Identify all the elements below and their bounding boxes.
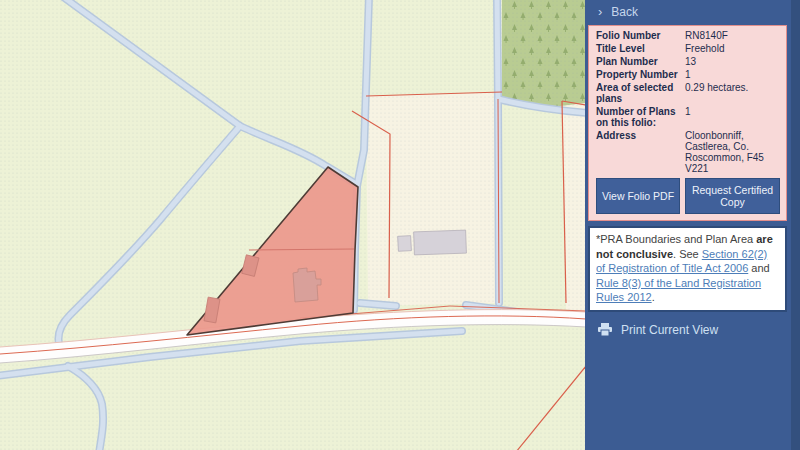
info-row-title-level: Title Level Freehold <box>596 43 780 54</box>
view-folio-pdf-button[interactable]: View Folio PDF <box>596 178 680 214</box>
printer-icon <box>598 323 612 336</box>
info-row-property-number: Property Number 1 <box>596 69 780 80</box>
info-row-plan-count: Number of Plans on this folio: 1 <box>596 106 780 128</box>
print-label: Print Current View <box>621 323 718 337</box>
land-registry-map-app: › Back Folio Number RN8140F Title Level … <box>0 0 800 450</box>
print-current-view-button[interactable]: Print Current View <box>585 312 800 348</box>
sidebar-scrollbar[interactable] <box>791 0 800 450</box>
info-row-folio-number: Folio Number RN8140F <box>596 30 780 41</box>
info-row-plan-number: Plan Number 13 <box>596 56 780 67</box>
link-rule-8-3[interactable]: Rule 8(3) of the Land Registration Rules… <box>596 277 761 304</box>
back-button[interactable]: › Back <box>585 0 800 22</box>
request-certified-copy-button[interactable]: Request Certified Copy <box>685 178 780 214</box>
disclaimer-text: *PRA Boundaries and Plan Area <box>596 233 756 245</box>
back-label: Back <box>611 5 638 19</box>
info-row-address: Address Cloonbonniff, Castlerea, Co. Ros… <box>596 130 780 174</box>
map-canvas[interactable] <box>0 0 585 450</box>
folio-info-panel: Folio Number RN8140F Title Level Freehol… <box>588 25 787 221</box>
info-row-area: Area of selected plans 0.29 hectares. <box>596 82 780 104</box>
pra-disclaimer: *PRA Boundaries and Plan Area are not co… <box>588 226 787 312</box>
details-sidebar: › Back Folio Number RN8140F Title Level … <box>585 0 800 450</box>
chevron-right-icon: › <box>598 6 602 18</box>
